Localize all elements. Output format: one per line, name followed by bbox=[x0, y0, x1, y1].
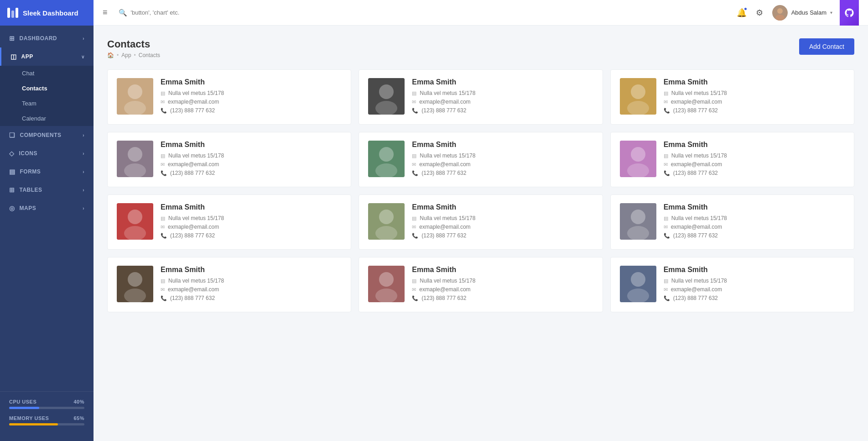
search-input[interactable] bbox=[131, 9, 268, 16]
app-icon: ◫ bbox=[10, 53, 17, 60]
sidebar-item-team[interactable]: Team bbox=[0, 96, 94, 111]
contact-info: Emma Smith ▤ Nulla vel metus 15/178 ✉ ex… bbox=[161, 78, 342, 116]
sidebar-item-icons[interactable]: ◇ ICONS › bbox=[0, 144, 94, 163]
topbar: ≡ 🔍 🔔 ⚙ Abdus Salam ▾ bbox=[94, 0, 868, 26]
sidebar-item-maps[interactable]: ◎ MAPS › bbox=[0, 199, 94, 217]
phone-icon: 📞 bbox=[161, 170, 167, 176]
contact-card[interactable]: Emma Smith ▤ Nulla vel metus 15/178 ✉ ex… bbox=[610, 257, 854, 312]
contact-phone: 📞 (123) 888 777 632 bbox=[664, 232, 845, 239]
contact-card[interactable]: Emma Smith ▤ Nulla vel metus 15/178 ✉ ex… bbox=[107, 194, 351, 250]
content-area: Contacts 🏠 • App • Contacts Add Contact bbox=[94, 26, 868, 441]
sidebar-item-calendar[interactable]: Calendar bbox=[0, 111, 94, 126]
email-icon: ✉ bbox=[161, 162, 165, 168]
phone-icon: 📞 bbox=[664, 295, 670, 301]
contact-card[interactable]: Emma Smith ▤ Nulla vel metus 15/178 ✉ ex… bbox=[107, 132, 351, 187]
cpu-progress-bg bbox=[9, 407, 84, 409]
contact-detail-text: ▤ Nulla vel metus 15/178 bbox=[412, 152, 593, 159]
phone-icon: 📞 bbox=[412, 170, 418, 176]
contact-phone-value: (123) 888 777 632 bbox=[421, 107, 466, 114]
email-icon: ✉ bbox=[412, 287, 416, 293]
contact-card[interactable]: Emma Smith ▤ Nulla vel metus 15/178 ✉ ex… bbox=[359, 194, 603, 250]
contact-card[interactable]: Emma Smith ▤ Nulla vel metus 15/178 ✉ ex… bbox=[610, 69, 854, 125]
search-icon: 🔍 bbox=[119, 9, 127, 17]
sidebar-item-forms[interactable]: ▤ FORMS › bbox=[0, 163, 94, 181]
logo bbox=[7, 8, 18, 18]
user-name: Abdus Salam bbox=[791, 9, 826, 16]
contact-avatar bbox=[620, 266, 656, 302]
page-header: Contacts 🏠 • App • Contacts Add Contact bbox=[107, 38, 854, 58]
sidebar-item-contacts[interactable]: Contacts bbox=[0, 81, 94, 96]
email-icon: ✉ bbox=[664, 224, 668, 230]
contact-name: Emma Smith bbox=[664, 78, 845, 86]
sidebar-item-label: COMPONENTS bbox=[20, 132, 62, 138]
cpu-label-row: CPU USES 40% bbox=[9, 399, 84, 404]
contact-card[interactable]: Emma Smith ▤ Nulla vel metus 15/178 ✉ ex… bbox=[610, 132, 854, 187]
contact-phone-value: (123) 888 777 632 bbox=[421, 295, 466, 301]
chevron-right-icon: › bbox=[83, 206, 84, 211]
contact-detail-text: ▤ Nulla vel metus 15/178 bbox=[664, 90, 845, 96]
detail-icon: ▤ bbox=[412, 278, 416, 284]
contact-avatar bbox=[620, 78, 656, 115]
contact-avatar bbox=[620, 141, 656, 177]
contact-email-value: exmaple@email.com bbox=[419, 99, 470, 105]
contact-phone-value: (123) 888 777 632 bbox=[170, 170, 215, 176]
svg-point-31 bbox=[128, 272, 142, 287]
email-icon: ✉ bbox=[161, 99, 165, 105]
contact-name: Emma Smith bbox=[161, 266, 342, 274]
sidebar-item-app[interactable]: ◫ APP ∨ bbox=[0, 47, 94, 66]
contact-card[interactable]: Emma Smith ▤ Nulla vel metus 15/178 ✉ ex… bbox=[610, 194, 854, 250]
icons-icon: ◇ bbox=[9, 150, 15, 157]
svg-point-4 bbox=[128, 84, 142, 99]
menu-icon[interactable]: ≡ bbox=[103, 8, 108, 17]
contact-card[interactable]: Emma Smith ▤ Nulla vel metus 15/178 ✉ ex… bbox=[107, 257, 351, 312]
contact-email: ✉ exmaple@email.com bbox=[161, 99, 342, 105]
svg-point-19 bbox=[631, 147, 645, 162]
user-menu[interactable]: Abdus Salam ▾ bbox=[772, 5, 832, 21]
contact-card[interactable]: Emma Smith ▤ Nulla vel metus 15/178 ✉ ex… bbox=[359, 69, 603, 125]
phone-icon: 📞 bbox=[161, 295, 167, 301]
contact-detail-value: Nulla vel metus 15/178 bbox=[671, 90, 727, 96]
sidebar-item-tables[interactable]: ⊞ TABLES › bbox=[0, 181, 94, 199]
settings-button[interactable]: ⚙ bbox=[756, 8, 763, 18]
contact-email: ✉ exmaple@email.com bbox=[664, 286, 845, 293]
detail-icon: ▤ bbox=[664, 153, 668, 159]
search-area: 🔍 bbox=[119, 9, 729, 17]
contact-email: ✉ exmaple@email.com bbox=[664, 99, 845, 105]
sidebar-header: Sleek Dashboard bbox=[0, 0, 94, 26]
add-contact-button[interactable]: Add Contact bbox=[799, 38, 854, 55]
contact-phone: 📞 (123) 888 777 632 bbox=[664, 295, 845, 301]
contact-info: Emma Smith ▤ Nulla vel metus 15/178 ✉ ex… bbox=[664, 203, 845, 241]
sidebar-item-dashboard[interactable]: ⊞ DASHBOARD › bbox=[0, 29, 94, 47]
phone-icon: 📞 bbox=[161, 233, 167, 239]
contact-name: Emma Smith bbox=[664, 203, 845, 211]
contact-avatar bbox=[368, 78, 405, 115]
contact-card[interactable]: Emma Smith ▤ Nulla vel metus 15/178 ✉ ex… bbox=[359, 132, 603, 187]
contact-phone: 📞 (123) 888 777 632 bbox=[664, 107, 845, 114]
github-icon[interactable] bbox=[840, 0, 859, 26]
contact-phone-value: (123) 888 777 632 bbox=[673, 232, 718, 239]
contact-email: ✉ exmaple@email.com bbox=[412, 161, 593, 168]
contact-avatar bbox=[117, 141, 153, 177]
contact-phone-value: (123) 888 777 632 bbox=[170, 107, 215, 114]
contact-phone: 📞 (123) 888 777 632 bbox=[161, 107, 342, 114]
detail-icon: ▤ bbox=[412, 153, 416, 159]
contact-card[interactable]: Emma Smith ▤ Nulla vel metus 15/178 ✉ ex… bbox=[107, 69, 351, 125]
contact-email-value: exmaple@email.com bbox=[671, 224, 722, 230]
contact-card[interactable]: Emma Smith ▤ Nulla vel metus 15/178 ✉ ex… bbox=[359, 257, 603, 312]
sidebar-item-components[interactable]: ❑ COMPONENTS › bbox=[0, 126, 94, 144]
notification-button[interactable]: 🔔 bbox=[737, 8, 747, 18]
contact-phone: 📞 (123) 888 777 632 bbox=[161, 170, 342, 176]
tables-icon: ⊞ bbox=[9, 186, 15, 194]
email-icon: ✉ bbox=[412, 99, 416, 105]
sidebar-item-chat[interactable]: Chat bbox=[0, 66, 94, 81]
detail-icon: ▤ bbox=[412, 90, 416, 96]
contact-avatar bbox=[620, 203, 656, 240]
home-icon: 🏠 bbox=[107, 52, 114, 58]
phone-icon: 📞 bbox=[664, 108, 670, 114]
svg-point-16 bbox=[379, 147, 394, 162]
contact-avatar bbox=[368, 266, 405, 302]
contact-email: ✉ exmaple@email.com bbox=[664, 161, 845, 168]
breadcrumb-app[interactable]: App bbox=[121, 52, 131, 58]
contact-phone: 📞 (123) 888 777 632 bbox=[412, 107, 593, 114]
cpu-value: 40% bbox=[73, 399, 84, 404]
